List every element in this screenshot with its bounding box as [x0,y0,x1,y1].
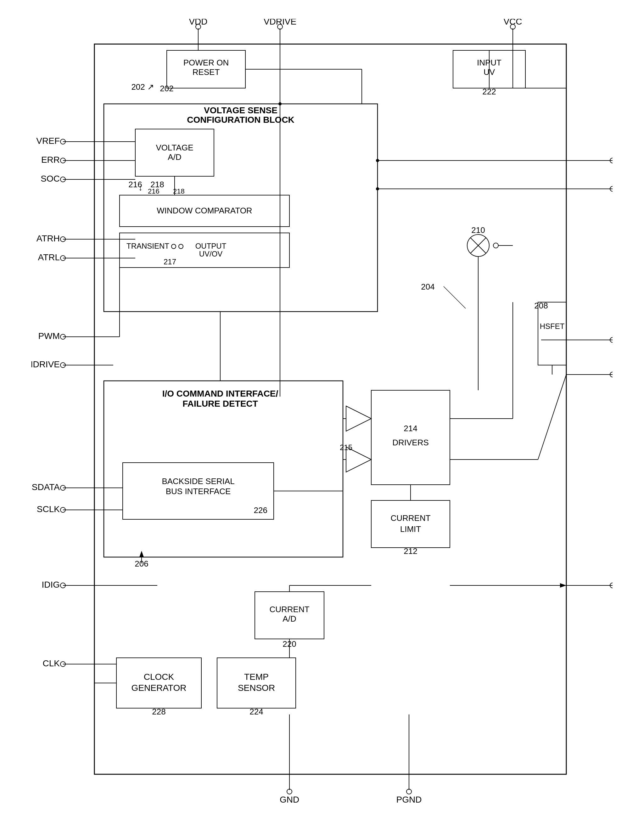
pwm-label: PWM [38,331,60,341]
num-210: 210 [471,225,485,235]
soc-label: SOC [41,174,60,184]
temp-sensor-label-1: TEMP [244,672,269,682]
atrh-label: ATRH [36,234,60,243]
num-216-text: 216 [148,187,159,195]
num-204: 204 [421,282,435,291]
vdrive-label: VDRIVE [264,19,296,26]
por-label-2: RESET [193,67,220,77]
clock-gen-label-2: GENERATOR [131,683,187,693]
atrl-label: ATRL [38,252,60,262]
temp-sensor-label-2: SENSOR [238,683,275,693]
por-number: 202 [160,84,174,93]
num-224: 224 [250,707,263,716]
backside-serial-label-1: BACKSIDE SERIAL [162,476,234,486]
current-ad-label-2: A/D [282,614,296,624]
current-ad-label-1: CURRENT [269,604,309,614]
backside-serial-label-2: BUS INTERFACE [166,487,231,496]
window-comp-label: WINDOW COMPARATOR [157,206,252,215]
num-216-arrow: ↓ [138,183,143,192]
num-218-text: 218 [173,187,185,195]
clk-label: CLK [43,658,60,668]
num-214: 214 [404,424,417,433]
transient-label: TRANSIENT [127,242,169,250]
gnd-label: GND [280,795,299,804]
ndrive-label: NDRIVE [31,359,60,369]
drivers-label: DRIVERS [392,438,429,447]
output-uvov-label-1: OUTPUT [195,242,227,250]
pgnd-label: PGND [396,795,422,804]
err-label: ERR [41,155,60,165]
current-limit-label-2: LIMIT [400,524,421,534]
vref-label: VREF [36,136,60,146]
page: VDD VDRIVE VCC POWER ON RESET 202 202 ↗ … [0,0,644,835]
current-limit-label-1: CURRENT [391,513,430,523]
circuit-diagram: VDD VDRIVE VCC POWER ON RESET 202 202 ↗ … [31,19,613,816]
diagram-container: VDD VDRIVE VCC POWER ON RESET 202 202 ↗ … [31,19,613,816]
num-208: 208 [534,301,548,310]
hsfet-label: HSFET [540,322,565,330]
num-226: 226 [254,505,268,515]
io-cmd-label-1: I/O COMMAND INTERFACE/ [162,389,278,398]
num-228: 228 [152,707,165,716]
por-label-1: POWER ON [183,58,229,67]
idig-label: IDIG [42,580,60,590]
clock-gen-label-1: CLOCK [144,672,174,682]
num-217: 217 [164,257,176,266]
io-cmd-label-2: FAILURE DETECT [182,399,258,409]
svg-point-125 [376,159,379,162]
num-212: 212 [404,546,417,556]
vcc-label: VCC [503,19,522,26]
sclk-label: SCLK [37,504,60,514]
vs-config-label-2: CONFIGURATION BLOCK [187,115,294,125]
svg-rect-0 [31,19,613,816]
vs-config-label-1: VOLTAGE SENSE [204,106,277,115]
sdata-label: SDATA [32,482,60,492]
output-uvov-label-2: UV/OV [199,250,223,258]
voltage-ad-label-2: A/D [168,152,181,162]
por-number-label: 202 ↗ [131,82,154,92]
vdd-label: VDD [189,19,207,26]
svg-point-117 [376,187,379,190]
voltage-ad-label-1: VOLTAGE [156,143,193,152]
